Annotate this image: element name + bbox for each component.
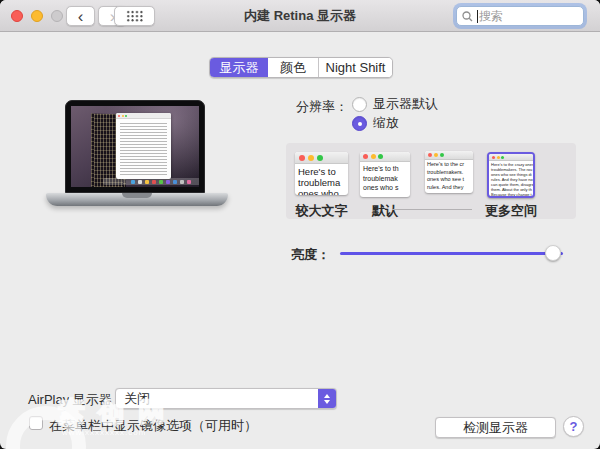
search-field[interactable]: 搜索 <box>456 6 584 26</box>
thumb-titlebar <box>295 152 348 164</box>
radio-default-label: 显示器默认 <box>373 95 438 113</box>
scaled-options-panel: Here's totroublemaones who Here's to tht… <box>286 143 576 219</box>
text-caret <box>477 10 478 23</box>
search-placeholder: 搜索 <box>479 8 503 25</box>
mini-zoom-icon <box>125 115 127 117</box>
show-all-preferences-button[interactable] <box>114 6 155 26</box>
tab-color[interactable]: 颜色 <box>268 58 319 77</box>
connector-line <box>392 209 472 210</box>
scale-option-default[interactable]: Here's to thtroublemakones who s <box>360 152 410 197</box>
radio-icon-selected[interactable] <box>352 116 367 131</box>
macbook-notch <box>122 193 152 198</box>
display-preferences-window: ‹ › 内建 Retina 显示器 搜索 显示器 颜色 Night Shift <box>0 0 600 449</box>
brightness-slider[interactable] <box>340 245 563 261</box>
back-button[interactable]: ‹ <box>66 6 95 26</box>
chevron-up-icon <box>324 394 330 398</box>
brightness-label: 亮度： <box>275 246 330 264</box>
scale-option-larger-text[interactable]: Here's totroublemaones who <box>295 152 348 195</box>
mini-document-titlebar <box>116 113 171 119</box>
radio-default-for-display[interactable]: 显示器默认 <box>352 95 438 113</box>
search-icon <box>462 11 473 22</box>
chevron-down-icon <box>324 400 330 404</box>
thumb-titlebar <box>489 154 533 161</box>
label-larger-text: 较大文字 <box>291 202 352 220</box>
mirror-options-label: 在菜单栏中显示镜像选项（可用时） <box>49 417 257 435</box>
close-button[interactable] <box>11 10 23 22</box>
scale-option-more-space-mid[interactable]: Here's to the crtroublemakers.ones who s… <box>425 151 473 193</box>
tab-night-shift[interactable]: Night Shift <box>319 58 392 77</box>
mini-close-icon <box>118 115 120 117</box>
macbook-base <box>46 193 228 206</box>
airplay-label: AirPlay 显示器： <box>28 391 125 409</box>
label-more-space: 更多空间 <box>476 202 546 220</box>
detect-displays-button[interactable]: 检测显示器 <box>435 417 556 438</box>
mini-minimize-icon <box>122 115 124 117</box>
macbook-wallpaper <box>71 106 199 187</box>
tab-display[interactable]: 显示器 <box>210 58 268 77</box>
mirror-options-checkbox[interactable] <box>29 416 43 430</box>
scale-option-more-space-selected[interactable]: Here's to the crazy onestroublemakers. T… <box>487 152 535 198</box>
zoom-button-disabled <box>51 10 63 22</box>
titlebar: ‹ › 内建 Retina 显示器 搜索 <box>0 0 600 32</box>
thumb-titlebar <box>360 152 410 162</box>
tab-bar: 显示器 颜色 Night Shift <box>209 57 393 78</box>
macbook-illustration <box>46 98 228 216</box>
traffic-lights <box>11 10 63 22</box>
mini-document-window <box>116 113 171 179</box>
window-title: 内建 Retina 显示器 <box>244 0 356 32</box>
grid-icon <box>126 10 143 22</box>
mini-document-text-lines <box>120 123 167 175</box>
thumb-titlebar <box>425 151 473 160</box>
help-button[interactable]: ? <box>563 416 584 437</box>
popup-stepper-icon <box>318 389 336 408</box>
minimize-button[interactable] <box>31 10 43 22</box>
radio-scaled-label: 缩放 <box>373 114 399 132</box>
radio-scaled[interactable]: 缩放 <box>352 114 399 132</box>
resolution-label: 分辨率： <box>270 98 348 116</box>
mini-dock <box>103 178 199 185</box>
macbook-screen <box>65 100 205 193</box>
brightness-slider-thumb[interactable] <box>545 245 561 261</box>
label-default: 默认 <box>355 202 415 220</box>
airplay-popup[interactable]: 关闭 <box>115 388 337 409</box>
radio-icon-unselected[interactable] <box>352 97 367 112</box>
brightness-track[interactable] <box>340 252 563 255</box>
airplay-selected-value: 关闭 <box>116 390 318 408</box>
